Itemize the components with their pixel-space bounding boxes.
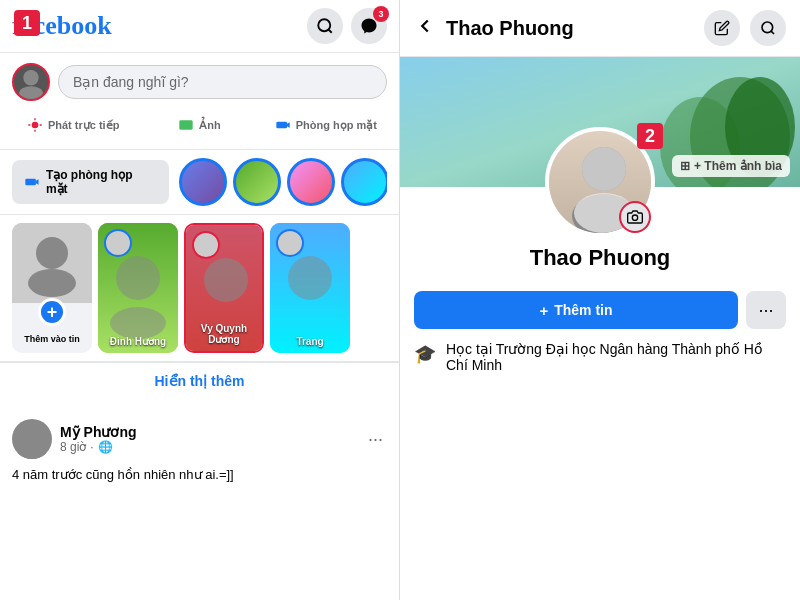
header-icons: 3 [307, 8, 387, 44]
story-label-2: Vy QuynhDương [186, 323, 262, 345]
friend-stories [179, 158, 387, 206]
number-badge-1: 1 [14, 10, 40, 36]
post-user-details: Mỹ Phương 8 giờ · 🌐 [60, 424, 137, 454]
profile-avatar-section: 2 Thao Phuong [400, 127, 800, 281]
messenger-button[interactable]: 3 [351, 8, 387, 44]
stories-section: + Thêm vào tin Đinh Hương [0, 215, 399, 362]
create-room-label: Tạo phòng họp mặt [46, 168, 157, 196]
story-avatar-overlay-2 [192, 231, 220, 259]
post-meta: 8 giờ · 🌐 [60, 440, 137, 454]
profile-header: Thao Phuong [400, 0, 800, 57]
post-input-row: Bạn đang nghĩ gì? [12, 63, 387, 101]
post-actions-row: Phát trực tiếp Ảnh Phòng họp mặt [12, 111, 387, 139]
back-button[interactable] [414, 15, 436, 42]
show-more-btn[interactable]: Hiển thị thêm [0, 362, 399, 399]
story-card-3[interactable]: Trang [270, 223, 350, 353]
svg-point-28 [582, 147, 626, 191]
photo-btn[interactable]: Ảnh [138, 111, 260, 139]
svg-point-9 [36, 237, 68, 269]
svg-point-3 [32, 122, 39, 129]
live-btn[interactable]: Phát trực tiếp [12, 111, 134, 139]
live-label: Phát trực tiếp [48, 119, 119, 132]
svg-point-10 [28, 269, 76, 297]
left-panel: facebook 3 1 Bạn đang n [0, 0, 400, 600]
create-box: Tạo phòng họp mặt [0, 150, 399, 215]
facebook-header: facebook 3 1 [0, 0, 399, 53]
profile-display-name: Thao Phuong [530, 245, 671, 271]
friend-avatar-2[interactable] [233, 158, 281, 206]
friend-avatar-4[interactable] [341, 158, 387, 206]
friend-avatar-1[interactable] [179, 158, 227, 206]
add-info-label: Thêm tin [554, 302, 612, 318]
create-room-btn[interactable]: Tạo phòng họp mặt [12, 160, 169, 204]
add-story-bottom: + Thêm vào tin [12, 303, 92, 353]
svg-point-2 [19, 86, 43, 99]
messenger-badge: 3 [373, 6, 389, 22]
story-card-2[interactable]: Vy QuynhDương [184, 223, 264, 353]
add-info-button[interactable]: + Thêm tin [414, 291, 738, 329]
profile-name-header: Thao Phuong [446, 17, 574, 40]
story-label-1: Đinh Hương [98, 336, 178, 347]
post-user-info: Mỹ Phương 8 giờ · 🌐 [12, 419, 137, 459]
room-label: Phòng họp mặt [296, 119, 377, 132]
svg-rect-7 [25, 179, 36, 186]
profile-actions: + Thêm tin ··· [400, 291, 800, 329]
svg-point-17 [288, 256, 332, 300]
svg-point-5 [184, 122, 189, 127]
edit-profile-btn[interactable] [704, 10, 740, 46]
svg-point-0 [318, 19, 330, 31]
friend-avatar-3[interactable] [287, 158, 335, 206]
camera-button[interactable] [619, 201, 651, 233]
svg-point-15 [204, 258, 248, 302]
stories-grid: + Thêm vào tin Đinh Hương [12, 223, 387, 353]
svg-point-18 [23, 424, 41, 442]
add-info-icon: + [539, 302, 548, 319]
story-avatar-overlay-1 [104, 229, 132, 257]
profile-info-section: 🎓 Học tại Trường Đại học Ngân hàng Thành… [400, 329, 800, 385]
profile-header-right [704, 10, 786, 46]
story-avatar-overlay-3 [276, 229, 304, 257]
svg-point-12 [116, 256, 160, 300]
school-info: Học tại Trường Đại học Ngân hàng Thành p… [446, 341, 786, 373]
svg-point-13 [110, 307, 166, 339]
svg-point-1 [23, 70, 38, 85]
search-button[interactable] [307, 8, 343, 44]
svg-point-30 [632, 215, 637, 220]
profile-avatar-wrap: 2 [545, 127, 655, 237]
add-circle-icon: + [38, 298, 66, 326]
post-header: Mỹ Phương 8 giờ · 🌐 ··· [12, 419, 387, 459]
post-text: 4 năm trước cũng hồn nhiên như ai.=]] [12, 467, 387, 482]
svg-rect-6 [276, 122, 287, 129]
add-story-card[interactable]: + Thêm vào tin [12, 223, 92, 353]
post-user-name[interactable]: Mỹ Phương [60, 424, 137, 440]
profile-search-btn[interactable] [750, 10, 786, 46]
profile-header-left: Thao Phuong [414, 15, 574, 42]
add-story-label: Thêm vào tin [24, 334, 80, 344]
post-placeholder[interactable]: Bạn đang nghĩ gì? [58, 65, 387, 99]
post-more-btn[interactable]: ··· [364, 425, 387, 454]
story-card-1[interactable]: Đinh Hương [98, 223, 178, 353]
post-item: Mỹ Phương 8 giờ · 🌐 ··· 4 năm trước cũng… [0, 407, 399, 494]
svg-point-20 [762, 22, 773, 33]
more-options-button[interactable]: ··· [746, 291, 786, 329]
post-avatar [12, 419, 52, 459]
svg-point-19 [18, 444, 46, 459]
right-panel: Thao Phuong [400, 0, 800, 600]
photo-label: Ảnh [199, 119, 220, 132]
current-user-avatar [12, 63, 50, 101]
post-box: Bạn đang nghĩ gì? Phát trực tiếp Ảnh Phò… [0, 53, 399, 150]
story-label-3: Trang [270, 336, 350, 347]
room-btn[interactable]: Phòng họp mặt [265, 111, 387, 139]
number-badge-2: 2 [637, 123, 663, 149]
school-icon: 🎓 [414, 343, 436, 365]
